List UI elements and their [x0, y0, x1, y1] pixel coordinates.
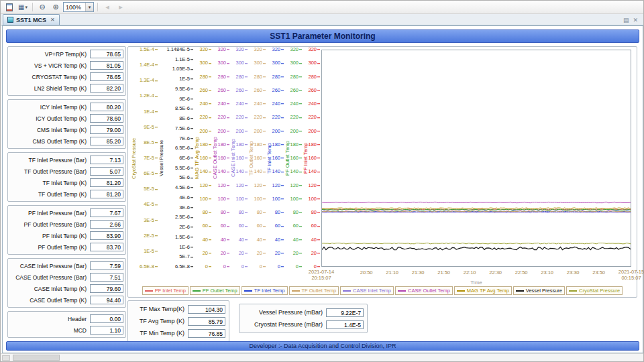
scrollbar-thumb[interactable]: [13, 355, 60, 361]
zoom-out-icon[interactable]: ⊖: [36, 2, 48, 13]
value-readout: 79.60: [90, 284, 123, 293]
param-label: CRYOSTAT Temp (K): [10, 74, 90, 80]
legend-item-tf-outlet-temp[interactable]: TF Outlet Temp: [289, 286, 339, 295]
legend-item-pf-inlet-temp[interactable]: PF Inlet Temp: [142, 286, 189, 295]
zoom-dropdown-icon[interactable]: ▾: [85, 3, 93, 11]
param-label: PF Inlet Pressure (Bar): [10, 210, 90, 217]
pressure-summary-box: Vessel Pressure (mBar)9.22E-7Cryostat Pr…: [239, 304, 368, 333]
plot-area[interactable]: [321, 50, 631, 267]
report-icon[interactable]: [3, 2, 15, 13]
legend-item-vessel-pressure[interactable]: Vessel Pressure: [513, 286, 565, 295]
scrollbar-corner: [2, 355, 10, 361]
axis-tick: 2.5E-6: [175, 215, 193, 221]
legend-item-case-inlet-temp[interactable]: CASE Inlet Temp: [340, 286, 394, 295]
param-label: ICY Outlet Temp (K): [10, 115, 90, 122]
axis-tick: 6.5E-8: [175, 264, 193, 269]
axis-tick: 300: [235, 61, 248, 66]
tab-bar: SST1 MCS ✕ ▤ ✕: [1, 14, 643, 25]
forward-icon[interactable]: ▸: [115, 2, 127, 13]
back-icon[interactable]: ◂: [101, 2, 113, 13]
value-readout: 7.59: [90, 261, 123, 270]
x-axis-title: Time: [470, 280, 482, 286]
param-row: TF Outlet Pressure (Bar)5.07: [10, 166, 123, 177]
axis-tick: 80: [293, 210, 302, 215]
tab-sst1-mcs[interactable]: SST1 MCS ✕: [3, 14, 60, 25]
axis-tick: 200: [272, 129, 284, 134]
axis-tick: 7.5E-6: [175, 126, 193, 131]
axis-tick: 200: [308, 129, 320, 134]
x-tick-label: 22:30: [489, 269, 502, 276]
chart-panel: CryoStat Pressure1.5E-41.4E-41.3E-41.2E-…: [127, 46, 637, 298]
axis-tick: 8E-6: [179, 116, 193, 121]
tabstrip-controls: ▤ ✕: [623, 17, 641, 25]
axis-case-inlet-temp: CASE Inlet Temp3203002802602402202001801…: [229, 50, 248, 267]
tab-close-icon[interactable]: ✕: [50, 17, 55, 23]
axis-tick: 140: [199, 170, 211, 175]
axis-tick: 60: [239, 224, 248, 229]
param-row: VS + VICR Temp (K)81.05: [10, 60, 123, 71]
axis-tick: 80: [203, 210, 211, 215]
legend-swatch: [343, 290, 351, 292]
param-label: VS + VICR Temp (K): [10, 62, 90, 69]
axis-tick: 6E-5: [144, 171, 158, 176]
param-row: ICY Outlet Temp (K)78.60: [10, 113, 123, 124]
zoom-in-icon[interactable]: ⊕: [50, 2, 62, 13]
value-readout: 1.4E-5: [326, 320, 364, 329]
axis-tick: 100: [199, 196, 211, 202]
axis-tick: 240: [199, 101, 211, 107]
zoom-select[interactable]: 100% ▾: [63, 2, 94, 12]
axis-tick: 120: [235, 183, 248, 188]
axis-tick: 280: [199, 74, 211, 80]
axis-tick: 20: [293, 251, 302, 256]
param-group-4: PF Inlet Pressure (Bar)7.67PF Outlet Pre…: [7, 205, 126, 255]
axis-tick: 140: [254, 170, 266, 175]
axis-tick: 320: [254, 47, 266, 52]
app-window: ▦▾ ⊖ ⊕ 100% ▾ ◂ ▸ SST1 MCS ✕ ▤ ✕ SST1 Pa…: [0, 0, 644, 362]
param-row: CASE Inlet Pressure (Bar)7.59: [10, 260, 123, 272]
axis-tick: 140: [235, 170, 248, 175]
value-readout: 78.65: [90, 50, 123, 58]
axis-tick: 140: [308, 170, 320, 175]
axis-tick: 1E-5: [144, 249, 158, 254]
axis-tick: 20: [203, 251, 211, 256]
param-label: PF Outlet Temp (K): [10, 244, 90, 251]
tabstrip-close-icon[interactable]: ✕: [633, 17, 638, 23]
axis-tick: 260: [235, 88, 248, 93]
param-group-5: CASE Inlet Pressure (Bar)7.59CASE Outlet…: [7, 258, 126, 308]
value-readout: 83.70: [90, 243, 123, 251]
axis-tick: 20: [257, 251, 266, 256]
export-icon[interactable]: ▦▾: [17, 2, 29, 13]
param-label: TF Avg Temp (K): [131, 318, 188, 324]
param-row: Header0.00: [10, 313, 123, 324]
value-readout: 79.00: [90, 125, 123, 134]
axis-tick: 8.5E-6: [175, 107, 193, 112]
axis-tick: 80: [221, 210, 229, 215]
legend-item-tf-inlet-temp[interactable]: TF Inlet Temp: [241, 286, 288, 295]
axis-tick: 20: [239, 251, 248, 256]
param-label: TF Outlet Pressure (Bar): [10, 168, 90, 175]
axis-tick: 220: [290, 115, 302, 121]
legend-item-cryostat-pressure[interactable]: CryoStat Pressure: [566, 286, 623, 295]
grid-icon: ▦: [18, 3, 24, 11]
axis-tick: 80: [311, 210, 320, 215]
axis-tick: 40: [221, 237, 229, 243]
legend-item-pf-outlet-temp[interactable]: PF Outlet Temp: [190, 286, 240, 295]
value-readout: 7.13: [90, 156, 123, 164]
param-row: TF Inlet Pressure (Bar)7.13: [10, 154, 123, 166]
x-endpoint-label: 2021-07-1420:15:07: [309, 269, 334, 282]
param-label: ICY Inlet Temp (K): [10, 104, 90, 111]
axis-ticks: 3203002802602402202001801601401201008060…: [290, 50, 302, 267]
page-title: SST1 Parameter Monitoring: [6, 29, 639, 43]
axis-tick: 320: [217, 47, 229, 52]
param-label: MCD: [10, 327, 90, 334]
horizontal-scrollbar[interactable]: [1, 353, 643, 361]
axis-tick: 300: [308, 61, 320, 66]
param-label: PF Inlet Temp (K): [10, 233, 90, 239]
tab-list-icon[interactable]: ▤: [623, 17, 629, 23]
legend-label: CASE Outlet Temp: [408, 288, 450, 294]
legend-item-case-outlet-temp[interactable]: CASE Outlet Temp: [395, 286, 453, 295]
legend-label: PF Inlet Temp: [155, 288, 186, 294]
x-tick-label: 21:10: [386, 269, 398, 276]
legend-item-mag-tf-avg-temp[interactable]: MAG TF Avg Temp: [454, 286, 512, 295]
axis-pf-outlet-temp: PF Outlet Temp32030028026024022020018016…: [284, 50, 302, 267]
